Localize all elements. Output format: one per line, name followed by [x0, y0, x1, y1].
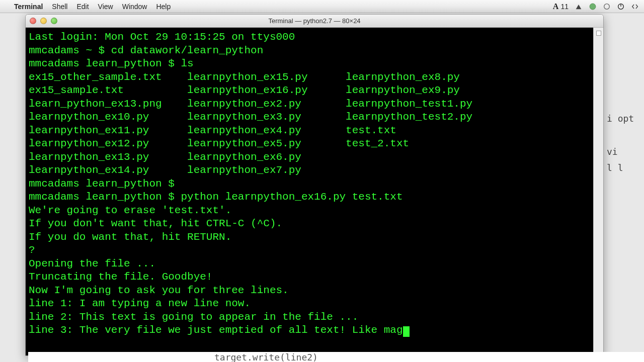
terminal-line: Now I'm going to ask you for three lines…	[26, 284, 593, 298]
terminal-line: line 2: This text is going to appear in …	[26, 311, 593, 324]
svg-marker-0	[576, 5, 582, 9]
sync-icon[interactable]	[603, 3, 611, 11]
terminal-line: learnpython_ex14.py learnpython_ex7.py	[26, 164, 593, 177]
network-globe-icon[interactable]	[589, 3, 597, 11]
minimize-button[interactable]	[40, 18, 47, 24]
terminal-viewport[interactable]: Last login: Mon Oct 29 10:15:25 on ttys0…	[26, 28, 593, 355]
menu-shell[interactable]: Shell	[52, 3, 67, 11]
terminal-line: ex15_sample.txt learnpython_ex16.py lear…	[26, 84, 593, 98]
terminal-scrollbar[interactable]	[593, 28, 603, 355]
window-titlebar[interactable]: Terminal — python2.7 — 80×24	[26, 15, 603, 28]
menu-window[interactable]: Window	[122, 3, 147, 11]
scrollbar-marker	[596, 31, 601, 36]
close-button[interactable]	[30, 18, 36, 24]
terminal-line: If you don't want that, hit CTRL-C (^C).	[26, 217, 593, 231]
terminal-line: learnpython_ex10.py learnpython_ex3.py l…	[26, 111, 593, 124]
background-editor-fragment: i opt vi l l	[607, 111, 642, 176]
terminal-line: learn_python_ex13.png learnpython_ex2.py…	[26, 98, 593, 111]
terminal-cursor	[403, 326, 410, 337]
terminal-line: ?	[26, 244, 593, 257]
svg-point-1	[590, 4, 596, 10]
terminal-line: mmcadams ~ $ cd datawork/learn_python	[26, 44, 593, 58]
power-icon[interactable]	[617, 3, 625, 11]
terminal-line: Last login: Mon Oct 29 10:15:25 on ttys0…	[26, 31, 593, 44]
zoom-button[interactable]	[51, 18, 57, 24]
terminal-line: Opening the file ...	[26, 257, 593, 271]
menu-view[interactable]: View	[98, 3, 113, 11]
app-name[interactable]: Terminal	[14, 3, 43, 11]
terminal-line: mmcadams learn_python $	[26, 177, 593, 191]
google-drive-icon[interactable]	[575, 3, 583, 11]
terminal-line: line 1: I am typing a new line now.	[26, 297, 593, 311]
macos-menubar: Terminal Shell Edit View Window Help A11	[0, 0, 644, 13]
terminal-line: We're going to erase 'test.txt'.	[26, 204, 593, 218]
svg-point-2	[604, 4, 610, 9]
terminal-line: mmcadams learn_python $ python learnpyth…	[26, 191, 593, 204]
nav-arrows-icon[interactable]	[631, 3, 639, 11]
terminal-line: ex15_other_sample.txt learnpython_ex15.p…	[26, 71, 593, 84]
window-title: Terminal — python2.7 — 80×24	[26, 17, 603, 25]
menu-help[interactable]: Help	[156, 3, 171, 11]
adobe-status-icon[interactable]: A11	[553, 2, 569, 11]
terminal-line: Truncating the file. Goodbye!	[26, 270, 593, 284]
background-editor-line: target.write(line2)	[28, 352, 644, 362]
terminal-line: learnpython_ex13.py learnpython_ex6.py	[26, 151, 593, 164]
terminal-line: learnpython_ex11.py learnpython_ex4.py t…	[26, 124, 593, 138]
terminal-line: If you do want that, hit RETURN.	[26, 231, 593, 244]
terminal-line: line 3: The very file we just emptied of…	[26, 324, 593, 337]
terminal-window: Terminal — python2.7 — 80×24 Last login:…	[25, 14, 604, 356]
menu-edit[interactable]: Edit	[76, 3, 89, 11]
terminal-line: mmcadams learn_python $ ls	[26, 57, 593, 71]
terminal-line: learnpython_ex12.py learnpython_ex5.py t…	[26, 137, 593, 151]
